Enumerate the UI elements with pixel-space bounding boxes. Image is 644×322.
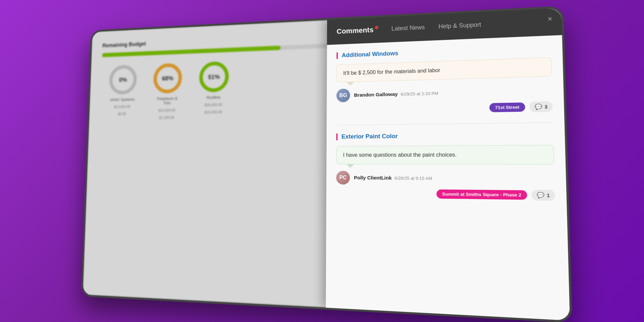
comment-count-1[interactable]: 💬 3 (529, 101, 553, 112)
donut-roofline: 51% Roofline $20,000.00 $10,000.00 (198, 61, 229, 119)
donut-label-hvac: HVAC Systems (110, 97, 135, 102)
modal-body: Additional Windows It'll be $ 2,500 for … (326, 35, 570, 321)
donut-circle-fireplace: 68% (153, 63, 183, 93)
tablet-frame: Remaining Budget 0% HVAC Systems $13,000… (81, 6, 572, 322)
timestamp-1: 6/29/25 at 2:33 PM (401, 91, 438, 97)
comment-bubble-1: It'll be $ 2,500 for the materials and l… (336, 57, 552, 82)
section-additional-windows: Additional Windows It'll be $ 2,500 for … (336, 44, 553, 116)
section-title-additional-windows: Additional Windows (336, 44, 551, 59)
donut-label-fireplace: Fireplaces & Trim (154, 96, 180, 106)
comment-count-2[interactable]: 💬 1 (532, 190, 555, 201)
comment-footer-2: Summit at Smiths Square - Phase 2 💬 1 (336, 188, 555, 201)
comment-text-2: I have some questions about the paint ch… (343, 152, 457, 158)
tab-comments[interactable]: Comments (336, 23, 378, 39)
comment-author-info-1: Brandon Galloway 6/29/25 at 2:33 PM (354, 90, 438, 98)
donut-fireplace: 68% Fireplaces & Trim $15,000.00 $1,200.… (152, 63, 182, 120)
comment-meta-1: BG Brandon Galloway 6/29/25 at 2:33 PM (336, 81, 553, 102)
comment-author-info-2: Polly ClientLink 6/28/25 at 9:15 AM (354, 175, 432, 181)
count-label-1: 3 (545, 104, 547, 109)
tab-comments-dot (375, 26, 378, 29)
divider-1 (336, 122, 553, 126)
donut-circle-hvac: 0% (109, 65, 137, 95)
comment-footer-1: 71st Street 💬 3 (336, 101, 553, 115)
tag-71st-street[interactable]: 71st Street (489, 102, 525, 112)
donut-hvac: 0% HVAC Systems $13,000.00 $0.00 (108, 65, 137, 121)
donut-label-roofline: Roofline (206, 95, 221, 100)
modal-panel: × Comments Latest News Help & Support Ad… (326, 8, 570, 321)
timestamp-2: 6/28/25 at 9:15 AM (394, 175, 432, 181)
tab-comments-label: Comments (336, 26, 374, 35)
avatar-polly: PC (336, 171, 350, 185)
tab-latest-news[interactable]: Latest News (391, 21, 425, 36)
avatar-initials-polly: PC (339, 175, 347, 181)
section-title-exterior-paint: Exterior Paint Color (336, 131, 554, 140)
comment-text-1: It'll be $ 2,500 for the materials and l… (343, 67, 440, 76)
donut-circle-roofline: 51% (199, 61, 229, 92)
comment-meta-2: PC Polly ClientLink 6/28/25 at 9:15 AM (336, 169, 555, 186)
avatar-initials-brandon: BG (339, 92, 347, 98)
tag-summit-smiths[interactable]: Summit at Smiths Square - Phase 2 (436, 189, 527, 200)
close-button[interactable]: × (547, 15, 552, 23)
tab-help-support[interactable]: Help & Support (439, 19, 481, 34)
author-name-2: Polly ClientLink (354, 175, 392, 181)
comment-bubble-2: I have some questions about the paint ch… (336, 145, 554, 165)
avatar-brandon: BG (336, 89, 350, 102)
tab-latest-news-label: Latest News (391, 24, 425, 32)
count-label-2: 1 (547, 193, 550, 198)
tab-help-support-label: Help & Support (439, 21, 481, 30)
author-name-1: Brandon Galloway (354, 91, 398, 98)
comment-icon-2: 💬 (537, 192, 545, 199)
comment-icon-1: 💬 (535, 103, 543, 110)
section-exterior-paint: Exterior Paint Color I have some questio… (336, 131, 555, 201)
